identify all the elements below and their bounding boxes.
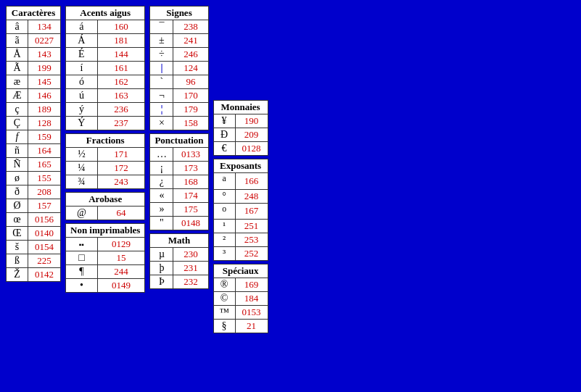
table-row: ý 236 (66, 103, 145, 117)
table-row: © 184 (213, 292, 268, 306)
table-row: Œ 0140 (7, 227, 61, 241)
char-cell: ³ (213, 247, 235, 261)
char-cell: × (150, 117, 173, 130)
code-cell: 230 (173, 248, 208, 262)
char-cell: Á (66, 34, 98, 48)
code-cell: 190 (235, 114, 268, 128)
char-cell: ã (7, 34, 28, 48)
table-row: ° 248 (213, 189, 268, 203)
table-row: ³ 252 (213, 247, 268, 261)
char-cell: â (7, 20, 28, 34)
table-row: € 0128 (213, 142, 268, 156)
table-row: " 0148 (150, 217, 208, 230)
table-row: Ý 237 (66, 117, 145, 130)
code-cell: 252 (235, 247, 268, 261)
char-cell: ¬ (150, 89, 173, 103)
char-cell: œ (7, 213, 28, 227)
code-cell: 159 (28, 130, 61, 144)
table-row: … 0133 (150, 148, 208, 162)
monnaies-title: Monnaies (213, 101, 268, 114)
table-row: ã 0227 (7, 34, 61, 48)
char-cell: ▪▪ (66, 238, 98, 251)
char-cell: Ž (7, 268, 28, 282)
char-cell: Ç (7, 117, 28, 130)
table-row: ¡ 173 (150, 162, 208, 175)
table-row: ¬ 170 (150, 89, 208, 103)
table-monnaies: Monnaies ¥ 190 Ð 209 € 0128 (213, 100, 268, 156)
char-cell: ¦ (150, 103, 173, 117)
char-cell: µ (150, 248, 173, 262)
code-cell: 96 (173, 75, 208, 89)
char-cell: ß (7, 254, 28, 268)
code-cell: 231 (173, 262, 208, 275)
table-row: f 159 (7, 130, 61, 144)
table-row: Æ 146 (7, 89, 61, 103)
code-cell: 253 (235, 233, 268, 247)
char-cell: ý (66, 103, 98, 117)
table-row: ² 253 (213, 233, 268, 247)
code-cell: 173 (173, 162, 208, 175)
code-cell: 0129 (97, 238, 145, 251)
code-cell: 175 (173, 203, 208, 217)
table-row: ø 155 (7, 172, 61, 185)
char-cell: ÷ (150, 48, 173, 62)
table-arobase: Arobase @ 64 (65, 192, 145, 220)
char-cell: Ð (213, 128, 235, 142)
char-cell: a (213, 173, 235, 190)
code-cell: 232 (173, 275, 208, 289)
arobase-title: Arobase (66, 193, 145, 207)
code-cell: 128 (28, 117, 61, 130)
table-row: ð 208 (7, 185, 61, 199)
table-row: š 0154 (7, 241, 61, 254)
char-cell: ® (213, 278, 235, 292)
code-cell: 143 (28, 48, 61, 62)
char-cell: Þ (150, 275, 173, 289)
char-cell: Æ (7, 89, 28, 103)
table-row: o 167 (213, 203, 268, 220)
table-row: ¥ 190 (213, 114, 268, 128)
code-cell: 0153 (235, 306, 268, 320)
code-cell: 158 (173, 117, 208, 130)
table-row: á 160 (66, 20, 145, 34)
char-cell: ` (150, 75, 173, 89)
table-row: ` 96 (150, 75, 208, 89)
code-cell: 167 (235, 203, 268, 220)
code-cell: 238 (173, 20, 208, 34)
column-right: Monnaies ¥ 190 Ð 209 € 0128 Exposants a … (213, 100, 268, 333)
char-cell: ó (66, 75, 98, 89)
table-ponctuation: Ponctuation … 0133 ¡ 173 ¿ 168 « 174 » 1… (149, 133, 208, 230)
char-cell: ² (213, 233, 235, 247)
char-cell: f (7, 130, 28, 144)
table-row: Ç 128 (7, 117, 61, 130)
char-cell: ¥ (213, 114, 235, 128)
table-row: » 175 (150, 203, 208, 217)
code-cell: 64 (97, 207, 145, 220)
code-cell: 181 (97, 34, 145, 48)
table-caracteres: Caractères â 134 ã 0227 Å 143 Ã 199 æ 14… (6, 6, 61, 282)
table-row: ¾ 243 (66, 175, 145, 189)
table-row: ç 189 (7, 103, 61, 117)
code-cell: 199 (28, 62, 61, 75)
code-cell: 225 (28, 254, 61, 268)
code-cell: 165 (28, 158, 61, 172)
char-cell: Ø (7, 199, 28, 213)
code-cell: 189 (28, 103, 61, 117)
code-cell: 15 (97, 251, 145, 265)
code-cell: 0149 (97, 279, 145, 293)
table-row: Ð 209 (213, 128, 268, 142)
table-row: Ž 0142 (7, 268, 61, 282)
table-row: ± 241 (150, 34, 208, 48)
table-row: ó 162 (66, 75, 145, 89)
code-cell: 21 (235, 320, 268, 333)
char-cell: á (66, 20, 98, 34)
speciaux-title: Spéciaux (213, 264, 268, 278)
code-cell: 134 (28, 20, 61, 34)
table-row: ÷ 246 (150, 48, 208, 62)
char-cell: þ (150, 262, 173, 275)
char-cell: • (66, 279, 98, 293)
char-cell: Ã (7, 62, 28, 75)
table-row: Á 181 (66, 34, 145, 48)
char-cell: ¡ (150, 162, 173, 175)
table-row: ▪▪ 0129 (66, 238, 145, 251)
table-row: ™ 0153 (213, 306, 268, 320)
